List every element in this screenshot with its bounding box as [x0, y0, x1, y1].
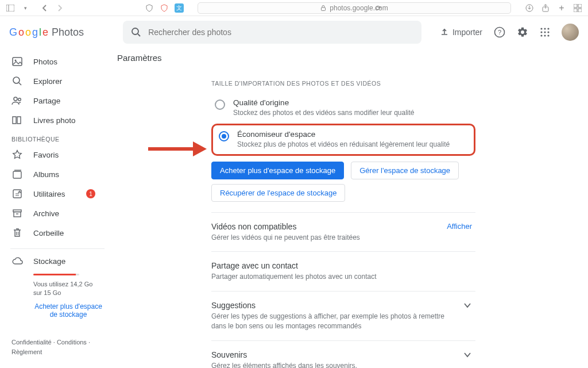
apps-grid-icon[interactable] [540, 27, 550, 37]
archive-icon [11, 208, 23, 219]
book-icon [11, 114, 23, 126]
setting-title: Souvenirs [211, 350, 451, 359]
chevron-down-icon[interactable]: ▾ [21, 3, 30, 13]
radio-desc: Stockez des photos et des vidéos sans mo… [233, 108, 415, 118]
radio-storage-saver[interactable]: Économiseur d'espace Stockez plus de pho… [211, 124, 475, 156]
setting-title: Vidéos non compatibles [211, 222, 435, 231]
svg-point-26 [14, 97, 17, 101]
sidebar-item-archive[interactable]: Archive [0, 204, 115, 223]
shield-icon[interactable] [145, 3, 154, 13]
lock-icon [320, 5, 326, 11]
svg-rect-5 [574, 4, 577, 7]
app-header: Google Photos Importer ? [0, 16, 588, 48]
download-icon[interactable] [525, 3, 534, 13]
radio-desc: Stockez plus de photos et vidéos en rédu… [237, 140, 450, 150]
sidebar-item-label: Favoris [33, 151, 59, 159]
svg-line-25 [19, 83, 21, 85]
svg-rect-0 [6, 5, 14, 12]
sidebar-toggle-icon[interactable] [6, 3, 15, 13]
help-icon[interactable]: ? [494, 26, 505, 38]
footer-links: Confidentialité · Conditions · Règlement [0, 338, 115, 363]
sidebar-item-albums[interactable]: Albums [0, 164, 115, 184]
storage-title: Stockage [33, 257, 65, 266]
adblock-icon[interactable] [160, 3, 169, 13]
storage-meter [33, 274, 79, 275]
svg-point-24 [13, 77, 20, 83]
terms-link[interactable]: Conditions [57, 339, 87, 346]
browser-chrome: ▾ 文 photos.google.com ⟳ + [0, 0, 588, 16]
radio-title: Qualité d'origine [233, 98, 415, 107]
sidebar-item-label: Utilitaires [33, 190, 65, 198]
sidebar-item-label: Photos [33, 57, 57, 66]
setting-desc: Gérer les vidéos qui ne peuvent pas être… [211, 233, 435, 243]
people-icon [11, 95, 23, 106]
manage-storage-button[interactable]: Gérer l'espace de stockage [351, 162, 459, 179]
setting-partner-sharing[interactable]: Partage avec un contact Partager automat… [211, 251, 475, 291]
svg-rect-8 [578, 9, 582, 12]
svg-rect-22 [13, 57, 22, 66]
svg-point-21 [547, 34, 549, 36]
sidebar-item-storage[interactable]: Stockage [0, 251, 115, 267]
share-icon[interactable] [541, 3, 550, 13]
reload-icon[interactable]: ⟳ [376, 4, 381, 12]
upload-label: Importer [452, 28, 482, 37]
recover-storage-button[interactable]: Récupérer de l'espace de stockage [211, 184, 345, 202]
plus-icon[interactable]: + [557, 3, 566, 13]
buy-storage-button[interactable]: Acheter plus d'espace de stockage [211, 162, 344, 179]
svg-rect-28 [13, 171, 21, 178]
upload-button[interactable]: Importer [440, 28, 482, 37]
google-photos-logo[interactable]: Google Photos [9, 26, 84, 39]
search-input[interactable] [148, 28, 413, 37]
sidebar-item-favorites[interactable]: Favoris [0, 145, 115, 164]
buy-storage-link[interactable]: Acheter plus d'espace de stockage [33, 302, 103, 319]
sidebar-item-label: Partage [33, 97, 60, 105]
tabs-icon[interactable] [573, 3, 582, 13]
svg-point-17 [544, 31, 546, 33]
storage-usage-text: Vous utilisez 14,2 Go sur 15 Go [33, 280, 103, 298]
forward-icon[interactable] [55, 3, 64, 13]
address-bar[interactable]: photos.google.com ⟳ [198, 2, 511, 14]
setting-suggestions[interactable]: Suggestions Gérer les types de suggestio… [211, 291, 475, 340]
star-icon [11, 149, 23, 160]
sidebar-item-sharing[interactable]: Partage [0, 91, 115, 110]
sidebar-item-label: Explorer [33, 77, 62, 86]
search-box[interactable] [123, 21, 421, 44]
upload-size-header: TAILLE D'IMPORTATION DES PHOTOS ET DES V… [211, 80, 475, 87]
sidebar-item-print-store[interactable]: Livres photo [0, 110, 115, 130]
svg-rect-6 [578, 4, 582, 7]
translate-icon[interactable]: 文 [175, 3, 184, 13]
radio-original-quality[interactable]: Qualité d'origine Stockez des photos et … [211, 95, 475, 124]
svg-point-16 [540, 31, 542, 33]
svg-point-19 [540, 34, 542, 36]
svg-rect-7 [574, 9, 577, 12]
sidebar-item-photos[interactable]: Photos [0, 52, 115, 71]
setting-title: Suggestions [211, 301, 451, 310]
privacy-link[interactable]: Confidentialité [11, 339, 52, 346]
svg-rect-31 [14, 212, 21, 217]
sidebar-item-utilities[interactable]: Utilitaires 1 [0, 184, 115, 204]
chevron-down-icon [463, 350, 475, 359]
settings-gear-icon[interactable] [517, 26, 528, 38]
sidebar-item-label: Albums [33, 170, 59, 179]
svg-point-23 [15, 60, 17, 62]
rules-link[interactable]: Règlement [11, 348, 42, 355]
setting-memories[interactable]: Souvenirs Gérez les éléments affichés da… [211, 340, 475, 368]
account-avatar[interactable] [562, 24, 579, 41]
sidebar-item-label: Livres photo [33, 116, 76, 125]
sidebar-item-label: Archive [33, 209, 59, 218]
show-link[interactable]: Afficher [447, 222, 475, 231]
upload-icon [440, 28, 449, 37]
setting-unsupported-videos[interactable]: Vidéos non compatibles Gérer les vidéos … [211, 212, 475, 252]
svg-point-18 [547, 31, 549, 33]
svg-rect-2 [322, 7, 326, 11]
setting-desc: Partager automatiquement les photos avec… [211, 272, 475, 282]
chevron-down-icon [463, 301, 475, 310]
svg-line-10 [138, 34, 140, 36]
utilities-icon [11, 188, 23, 200]
svg-point-27 [18, 98, 21, 101]
back-icon[interactable] [40, 3, 49, 13]
sidebar-item-explore[interactable]: Explorer [0, 71, 115, 91]
sidebar-item-trash[interactable]: Corbeille [0, 223, 115, 243]
setting-desc: Gérez les éléments affichés dans les sou… [211, 361, 451, 368]
svg-point-15 [547, 28, 549, 29]
